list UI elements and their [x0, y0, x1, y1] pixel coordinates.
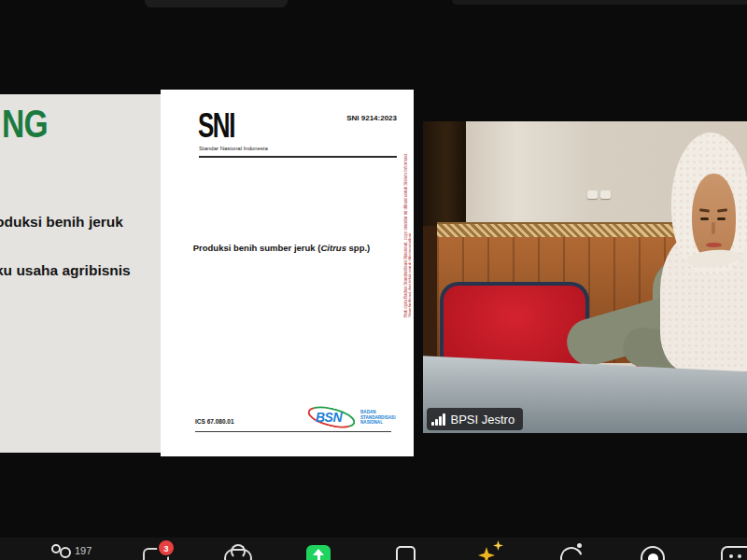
header-rule: [199, 156, 397, 158]
audio-level-icon: [431, 413, 445, 426]
title-prefix: Produksi benih sumber jeruk (: [193, 243, 321, 253]
cloud-icon[interactable]: [224, 549, 252, 560]
lips: [706, 243, 722, 247]
rotate-icon-dot: [577, 543, 582, 548]
sni-document-cover: SNI 9214:2023 SNI Standar Nasional Indon…: [161, 90, 414, 456]
slide-text-line2: ku usaha agribisnis: [0, 262, 131, 279]
sni-logo-subtitle: Standar Nasional Indonesia: [199, 146, 268, 151]
participants-count: 197: [75, 545, 92, 556]
standard-number: SNI 9214:2023: [346, 114, 397, 122]
eye: [700, 217, 709, 220]
eye: [717, 217, 726, 220]
participant-name-label: BPSI Jestro: [427, 408, 523, 430]
sni-logo: SNI: [198, 106, 234, 146]
eyebrow: [717, 208, 727, 212]
participant-name: BPSI Jestro: [451, 413, 515, 427]
more-icon[interactable]: [721, 546, 747, 560]
title-italic-word: Citrus: [320, 243, 345, 253]
shared-slide: NG oduksi benih jeruk ku usaha agribisni…: [0, 94, 161, 453]
record-icon-dot: [648, 553, 658, 560]
participant-face: [692, 174, 736, 261]
floating-toolbar-edge: [452, 0, 747, 5]
bsn-acronym: BSN: [316, 410, 342, 425]
share-screen-icon[interactable]: [306, 545, 331, 560]
ics-code: ICS 67.080.01: [195, 418, 234, 425]
phone-icon[interactable]: [396, 546, 416, 560]
participants-icon[interactable]: [60, 547, 71, 558]
wall-outlet: [587, 190, 598, 199]
eyebrow: [699, 208, 710, 212]
meeting-controls-tab[interactable]: [145, 0, 288, 7]
meeting-toolbar: [0, 538, 747, 560]
title-suffix: spp.): [346, 243, 370, 253]
meeting-window: NG oduksi benih jeruk ku usaha agribisni…: [0, 0, 747, 560]
background-door: [423, 121, 466, 228]
footer-rule: [195, 431, 391, 433]
background-door-lower: [423, 226, 437, 361]
bsn-name-text: BADAN STANDARDISASI NASIONAL: [360, 410, 395, 426]
chat-unread-badge: 3: [157, 539, 176, 557]
wall-outlet: [600, 190, 611, 199]
copyright-watermark: Hak cipta Badan Standardisasi Nasional, …: [403, 140, 411, 317]
bsn-logo: BSN BADAN STANDARDISASI NASIONAL: [307, 408, 393, 428]
participant-video-feed[interactable]: [423, 121, 747, 433]
slide-text-line1: oduksi benih jeruk: [0, 214, 123, 231]
document-title: Produksi benih sumber jeruk (Citrus spp.…: [176, 243, 388, 253]
slide-heading-fragment: NG: [2, 102, 48, 147]
nose: [712, 222, 715, 234]
